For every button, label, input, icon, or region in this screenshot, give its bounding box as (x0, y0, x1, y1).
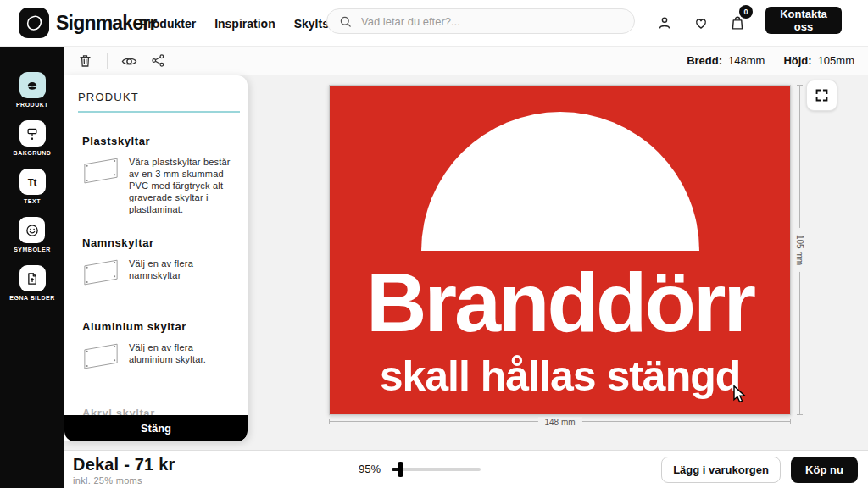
product-option-plastskyltar[interactable]: Plastskyltar Våra plastskyltar består av… (82, 135, 236, 215)
sidebar-item-produkt[interactable]: PRODUKT (16, 72, 48, 108)
product-price: Dekal - 71 kr (73, 455, 175, 474)
sign-plate-thumbnail-icon (82, 341, 120, 373)
mouse-cursor-icon (732, 385, 748, 403)
sidebar-label: EGNA BILDER (9, 295, 54, 301)
share-icon[interactable] (150, 53, 167, 69)
account-icon[interactable] (656, 14, 673, 31)
product-option-name: Aluminium skyltar (82, 320, 236, 333)
sign-title-text[interactable]: Branddörr (330, 260, 790, 345)
search-input[interactable] (359, 14, 623, 29)
cart-count-badge: 0 (739, 5, 753, 19)
sidebar-item-text[interactable]: Tt TEXT (19, 169, 46, 204)
panel-close-button[interactable]: Stäng (64, 415, 248, 441)
height-dimension-line: 105 mm (799, 85, 800, 415)
add-to-cart-button[interactable]: Lägg i varukorgen (661, 457, 781, 483)
trash-icon[interactable] (77, 53, 94, 69)
text-Tt-icon: Tt (19, 169, 46, 195)
paintbrush-icon (19, 120, 46, 147)
sidebar-label: SYMBOLER (14, 247, 51, 252)
site-header: Signmakerr Produkter Inspiration Skyltst… (0, 0, 868, 47)
zoom-slider[interactable] (392, 468, 481, 471)
toolbar-divider (107, 53, 108, 69)
preview-eye-icon[interactable] (120, 53, 137, 69)
search-bar[interactable] (326, 8, 635, 34)
height-dimension-label: 105 mm (795, 228, 804, 272)
product-option-namnskyltar[interactable]: Namnskyltar Välj en av flera namnskyltar (82, 236, 236, 289)
size-readout: Bredd: 148mm Höjd: 105mm (687, 54, 854, 67)
sign-dome-shape[interactable] (421, 112, 699, 251)
sidebar-label: PRODUKT (16, 102, 48, 108)
editor-toolbar: Bredd: 148mm Höjd: 105mm (64, 47, 868, 75)
product-option-description: Våra plastskyltar består av en 3 mm skum… (129, 156, 236, 215)
sidebar-item-symboler[interactable]: SYMBOLER (14, 217, 51, 252)
sidebar-label: BAKGRUND (14, 150, 52, 156)
height-label: Höjd: (783, 54, 811, 67)
width-dimension-line: 148 mm (329, 421, 791, 422)
upload-image-icon (19, 265, 46, 291)
contact-button[interactable]: Kontakta oss (765, 7, 842, 34)
pebble-logo-icon (19, 8, 49, 38)
vat-note: inkl. 25% moms (73, 475, 175, 485)
panel-title: PRODUKT (78, 91, 234, 103)
checkout-bar: Dekal - 71 kr inkl. 25% moms 95% Lägg i … (64, 450, 868, 488)
buy-now-button[interactable]: Köp nu (791, 457, 858, 483)
panel-title-underline (78, 111, 240, 113)
smiley-icon (19, 217, 45, 243)
height-value: 105mm (818, 54, 854, 67)
zoom-slider-handle[interactable] (398, 462, 403, 477)
sidebar-item-egna-bilder[interactable]: EGNA BILDER (9, 265, 54, 301)
product-panel: PRODUKT Plastskyltar Våra plastskyltar b… (64, 75, 248, 441)
sidebar-item-bakgrund[interactable]: BAKGRUND (14, 120, 52, 156)
sign-subtitle-text[interactable]: skall hållas stängd (330, 353, 790, 399)
svg-text:Tt: Tt (28, 176, 37, 186)
product-option-description: Välj en av flera namnskyltar (129, 258, 236, 281)
fullscreen-expand-icon[interactable] (806, 80, 837, 111)
width-value: 148mm (728, 54, 765, 67)
width-dimension-label: 148 mm (537, 417, 581, 426)
product-option-aluminium-skyltar[interactable]: Aluminium skyltar Välj en av flera alumi… (82, 320, 236, 373)
nav-produkter[interactable]: Produkter (140, 17, 196, 30)
product-option-name: Plastskyltar (82, 135, 236, 147)
editor-sidebar: PRODUKT BAKGRUND Tt TEXT SY (0, 47, 64, 488)
wishlist-heart-icon[interactable] (693, 14, 709, 31)
width-label: Bredd: (687, 54, 722, 67)
product-option-description: Välj en av flera aluminium skyltar. (129, 341, 236, 365)
nav-inspiration[interactable]: Inspiration (214, 17, 275, 30)
sign-plate-thumbnail-icon (82, 258, 120, 289)
sign-product-icon (19, 72, 46, 98)
brand[interactable]: Signmakerr (19, 8, 157, 38)
sidebar-label: TEXT (24, 198, 41, 204)
search-icon (338, 14, 353, 29)
sign-plate-thumbnail-icon (82, 156, 120, 187)
product-option-name: Namnskyltar (82, 236, 236, 249)
sign-artboard[interactable]: Branddörr skall hållas stängd (329, 85, 791, 415)
zoom-level-value: 95% (359, 463, 381, 475)
